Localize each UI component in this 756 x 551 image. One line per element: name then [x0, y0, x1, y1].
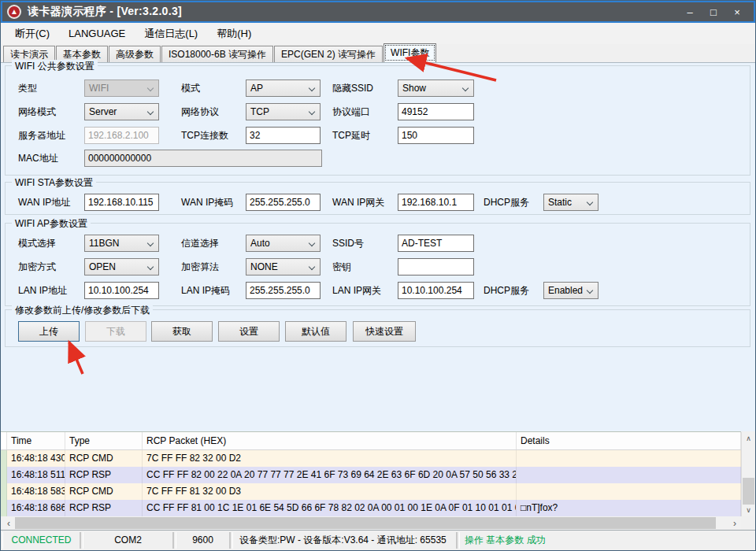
- protocol-port-input[interactable]: [398, 103, 474, 120]
- net-mode-label: 网络模式: [18, 103, 56, 120]
- log-row[interactable]: 16:48:18 511 RCP RSP CC FF FF 82 00 22 0…: [1, 467, 741, 483]
- cell-details: [517, 467, 741, 483]
- mode-combo[interactable]: AP: [246, 80, 321, 97]
- quick-set-button[interactable]: 快速设置: [353, 321, 416, 342]
- mode-sel-label: 模式选择: [18, 235, 56, 252]
- ap-dhcp-label: DHCP服务: [484, 282, 529, 299]
- log-table-header: Time Type RCP Packet (HEX) Details: [1, 432, 741, 450]
- log-row[interactable]: 16:48:18 686 RCP RSP CC FF FF 81 00 1C 1…: [1, 500, 741, 516]
- vertical-scroll-thumb[interactable]: [743, 478, 754, 505]
- window-controls: – □ ×: [678, 3, 749, 20]
- horizontal-scroll-thumb[interactable]: [15, 517, 716, 529]
- menu-comm-log[interactable]: 通信日志(L): [135, 23, 207, 44]
- chevron-down-icon: [587, 287, 593, 294]
- tab-wifi-params[interactable]: WIFI参数: [384, 43, 436, 62]
- scroll-right-icon[interactable]: ›: [728, 516, 741, 530]
- close-button[interactable]: ×: [725, 3, 749, 20]
- tcp-conn-input[interactable]: [246, 127, 321, 144]
- net-protocol-label: 网络协议: [181, 103, 219, 120]
- mode-sel-combo[interactable]: 11BGN: [84, 235, 159, 252]
- app-logo-icon: ▲: [7, 5, 21, 19]
- get-button[interactable]: 获取: [151, 321, 213, 342]
- upload-button[interactable]: 上传: [18, 321, 80, 342]
- mac-input[interactable]: [84, 150, 322, 167]
- hide-ssid-combo[interactable]: Show: [398, 80, 474, 97]
- maximize-button[interactable]: □: [702, 3, 725, 20]
- enc-alg-combo-value: NONE: [250, 261, 278, 272]
- title-bar: ▲ 读卡器演示程序 - [Ver:3.2.0.3] – □ ×: [1, 1, 755, 23]
- log-row[interactable]: 16:48:18 583 RCP CMD 7C FF FF 81 32 00 D…: [1, 483, 741, 500]
- cell-time: 16:48:18 686: [7, 500, 65, 516]
- chevron-down-icon: [147, 264, 154, 270]
- wan-gw-label: WAN IP网关: [332, 194, 384, 211]
- channel-combo[interactable]: Auto: [246, 235, 321, 252]
- lan-mask-input[interactable]: [246, 282, 321, 299]
- sta-dhcp-combo[interactable]: Static: [543, 194, 598, 211]
- cell-type: RCP RSP: [65, 467, 143, 483]
- tab-advanced-params[interactable]: 高级参数: [109, 46, 161, 62]
- scroll-down-icon[interactable]: ∨: [742, 504, 755, 516]
- server-addr-input[interactable]: [84, 127, 159, 144]
- net-mode-combo-value: Server: [89, 106, 117, 117]
- status-operation-result: 操作 基本参数 成功: [459, 532, 754, 549]
- ssid-input[interactable]: [398, 235, 474, 252]
- sta-dhcp-label: DHCP服务: [484, 194, 529, 211]
- cell-time: 16:48:18 583: [7, 483, 65, 500]
- cell-time: 16:48:18 430: [7, 450, 65, 467]
- menu-language[interactable]: LANGUAGE: [59, 23, 135, 44]
- download-button[interactable]: 下载: [85, 321, 146, 342]
- tab-iso18000-6b[interactable]: ISO18000-6B 读写操作: [161, 46, 273, 62]
- status-com-port: COM2: [83, 532, 174, 549]
- channel-label: 信道选择: [181, 235, 219, 252]
- log-row[interactable]: 16:48:18 430 RCP CMD 7C FF FF 82 32 00 D…: [1, 450, 741, 467]
- menu-disconnect[interactable]: 断开(C): [6, 23, 59, 44]
- chevron-down-icon: [587, 199, 593, 205]
- lan-ip-label: LAN IP地址: [18, 282, 67, 299]
- mode-combo-value: AP: [250, 83, 263, 94]
- chevron-down-icon: [147, 109, 154, 115]
- group-transfer-title: 修改参数前上传/修改参数后下载: [12, 304, 153, 317]
- tcp-conn-label: TCP连接数: [181, 127, 228, 144]
- type-combo[interactable]: WIFI: [84, 80, 159, 97]
- net-mode-combo[interactable]: Server: [84, 103, 159, 120]
- minimize-button[interactable]: –: [678, 3, 702, 20]
- enc-mode-combo[interactable]: OPEN: [84, 258, 159, 276]
- default-button[interactable]: 默认值: [285, 321, 346, 342]
- col-packet[interactable]: RCP Packet (HEX): [143, 432, 517, 449]
- lan-mask-label: LAN IP掩码: [181, 282, 230, 299]
- col-type[interactable]: Type: [65, 432, 143, 449]
- chevron-down-icon: [147, 240, 154, 246]
- row-indicator: [1, 450, 7, 467]
- log-vertical-scrollbar[interactable]: ∧ ∨: [741, 432, 754, 516]
- wan-ip-input[interactable]: [84, 194, 159, 211]
- row-header-corner: [1, 432, 7, 449]
- enc-mode-combo-value: OPEN: [89, 261, 116, 272]
- scroll-left-icon[interactable]: ‹: [2, 516, 15, 530]
- net-protocol-combo[interactable]: TCP: [246, 103, 321, 120]
- enc-alg-label: 加密算法: [181, 258, 219, 276]
- cell-details: [517, 483, 741, 500]
- cell-type: RCP CMD: [65, 450, 143, 467]
- tab-epc-gen2[interactable]: EPC(GEN 2) 读写操作: [274, 46, 383, 62]
- wan-mask-input[interactable]: [246, 194, 321, 211]
- enc-alg-combo[interactable]: NONE: [246, 258, 321, 276]
- wan-gw-input[interactable]: [398, 194, 474, 211]
- cell-type: RCP RSP: [65, 500, 143, 516]
- col-details[interactable]: Details: [517, 432, 741, 449]
- lan-gw-input[interactable]: [398, 282, 474, 299]
- lan-gw-label: LAN IP网关: [332, 282, 381, 299]
- lan-ip-input[interactable]: [84, 282, 159, 299]
- scroll-up-icon[interactable]: ∧: [742, 432, 755, 445]
- menu-help[interactable]: 帮助(H): [207, 23, 261, 44]
- ap-dhcp-combo[interactable]: Enabled: [543, 282, 598, 299]
- chevron-down-icon: [462, 85, 469, 91]
- tcp-delay-input[interactable]: [398, 127, 474, 144]
- mode-sel-combo-value: 11BGN: [89, 238, 119, 249]
- col-time[interactable]: Time: [7, 432, 65, 449]
- set-button[interactable]: 设置: [218, 321, 280, 342]
- key-input[interactable]: [398, 258, 474, 276]
- ssid-label: SSID号: [332, 235, 364, 252]
- log-horizontal-scrollbar[interactable]: ‹ ›: [2, 516, 741, 530]
- window-title: 读卡器演示程序 - [Ver:3.2.0.3]: [28, 5, 182, 19]
- chevron-down-icon: [309, 85, 315, 91]
